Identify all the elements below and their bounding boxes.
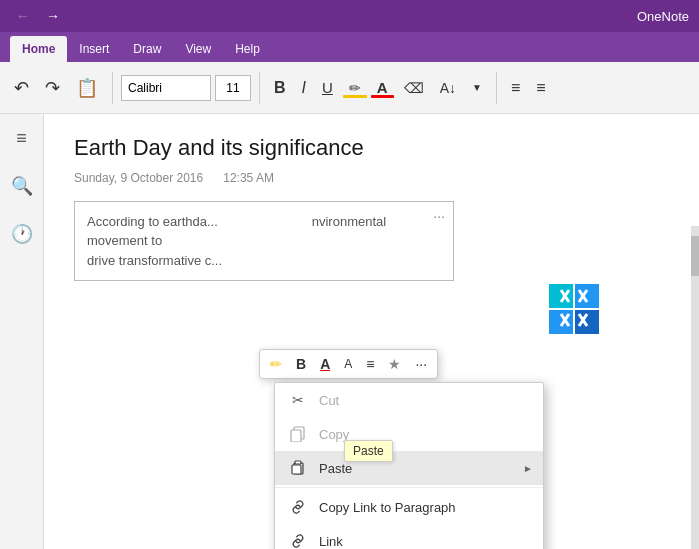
forward-button[interactable]: → bbox=[40, 6, 66, 26]
paste-arrow-icon: ► bbox=[523, 463, 533, 474]
paste-label: Paste bbox=[319, 461, 529, 476]
note-body-text: According to earthda... nvironmental mov… bbox=[87, 212, 441, 271]
copy-link-icon bbox=[289, 498, 307, 516]
cut-label: Cut bbox=[319, 393, 529, 408]
italic-button[interactable]: I bbox=[296, 75, 312, 101]
svg-rect-1 bbox=[575, 284, 599, 308]
note-title: Earth Day and its significance bbox=[74, 134, 669, 163]
body-line2: drive transformative c... bbox=[87, 253, 222, 268]
ribbon-tabs: Home Insert Draw View Help bbox=[0, 32, 699, 62]
eraser-button[interactable]: ⌫ bbox=[398, 76, 430, 100]
body-line1: According to earthda... bbox=[87, 214, 218, 229]
svg-rect-0 bbox=[549, 284, 573, 308]
context-menu-cut[interactable]: ✂ Cut bbox=[275, 383, 543, 417]
svg-rect-15 bbox=[295, 461, 301, 464]
separator-2 bbox=[259, 72, 260, 104]
mini-list-button[interactable]: ≡ bbox=[362, 354, 378, 374]
cut-icon: ✂ bbox=[289, 391, 307, 409]
copy-icon bbox=[289, 425, 307, 443]
tab-draw[interactable]: Draw bbox=[121, 36, 173, 62]
clipboard-button[interactable]: 📋 bbox=[70, 73, 104, 103]
right-scrollbar[interactable] bbox=[691, 226, 699, 549]
mini-highlight-button[interactable]: ✏ bbox=[266, 354, 286, 374]
indent-button[interactable]: ≡ bbox=[530, 75, 551, 101]
copy-link-label: Copy Link to Paragraph bbox=[319, 500, 529, 515]
paste-tooltip: Paste bbox=[344, 440, 393, 462]
mini-more-button[interactable]: ··· bbox=[411, 354, 431, 374]
list-button[interactable]: ≡ bbox=[505, 75, 526, 101]
link-label: Link bbox=[319, 534, 529, 549]
mini-star-button[interactable]: ★ bbox=[384, 354, 405, 374]
tab-help[interactable]: Help bbox=[223, 36, 272, 62]
tab-home[interactable]: Home bbox=[10, 36, 67, 62]
paste-icon bbox=[289, 459, 307, 477]
note-time-text: 12:35 AM bbox=[223, 171, 274, 185]
svg-rect-2 bbox=[549, 310, 573, 334]
context-menu-link[interactable]: Link bbox=[275, 524, 543, 549]
tab-insert[interactable]: Insert bbox=[67, 36, 121, 62]
main-area: ≡ 🔍 🕐 Earth Day and its significance Sun… bbox=[0, 114, 699, 549]
tab-view[interactable]: View bbox=[173, 36, 223, 62]
font-name-input[interactable] bbox=[121, 75, 211, 101]
back-button[interactable]: ← bbox=[10, 6, 36, 26]
history-icon[interactable]: 🕐 bbox=[7, 219, 37, 249]
context-menu-paste[interactable]: Paste ► bbox=[275, 451, 543, 485]
more-options-icon[interactable]: ··· bbox=[433, 206, 445, 227]
font-size-input[interactable] bbox=[215, 75, 251, 101]
bold-button[interactable]: B bbox=[268, 75, 292, 101]
format-dropdown-arrow[interactable]: ▼ bbox=[466, 78, 488, 97]
pages-icon[interactable]: ≡ bbox=[12, 124, 31, 153]
mini-toolbar: ✏ B A A ≡ ★ ··· bbox=[259, 349, 438, 379]
note-date: Sunday, 9 October 2016 12:35 AM bbox=[74, 171, 669, 185]
svg-rect-16 bbox=[292, 465, 301, 474]
title-bar: ← → OneNote bbox=[0, 0, 699, 32]
mini-font-size-button[interactable]: A bbox=[340, 355, 356, 373]
svg-rect-3 bbox=[575, 310, 599, 334]
menu-separator-1 bbox=[275, 487, 543, 488]
mini-font-color-button[interactable]: A bbox=[316, 354, 334, 374]
title-bar-left: ← → bbox=[10, 6, 66, 26]
title-bar-nav: ← → bbox=[10, 6, 66, 26]
link-icon bbox=[289, 532, 307, 549]
note-body-preview[interactable]: According to earthda... nvironmental mov… bbox=[74, 201, 454, 282]
separator-1 bbox=[112, 72, 113, 104]
note-date-text: Sunday, 9 October 2016 bbox=[74, 171, 203, 185]
left-sidebar: ≡ 🔍 🕐 bbox=[0, 114, 44, 549]
highlight-button[interactable]: ✏ bbox=[343, 76, 367, 100]
page-content: Earth Day and its significance Sunday, 9… bbox=[44, 114, 699, 549]
redo-button[interactable]: ↷ bbox=[39, 73, 66, 103]
context-menu-copy[interactable]: Copy bbox=[275, 417, 543, 451]
font-color-button[interactable]: A bbox=[371, 75, 394, 100]
app-title: OneNote bbox=[637, 9, 689, 24]
paste-tooltip-text: Paste bbox=[353, 444, 384, 458]
underline-button[interactable]: U bbox=[316, 75, 339, 100]
context-menu-copy-link[interactable]: Copy Link to Paragraph bbox=[275, 490, 543, 524]
undo-button[interactable]: ↶ bbox=[8, 73, 35, 103]
win-app-icon bbox=[549, 284, 599, 334]
svg-rect-13 bbox=[291, 430, 301, 442]
ribbon-toolbar: ↶ ↷ 📋 B I U ✏ A ⌫ A↓ ▼ ≡ ≡ bbox=[0, 62, 699, 114]
highlight-icon: ✏ bbox=[349, 80, 361, 96]
format-dropdown-button[interactable]: A↓ bbox=[434, 76, 462, 100]
scroll-thumb[interactable] bbox=[691, 236, 699, 276]
mini-bold-button[interactable]: B bbox=[292, 354, 310, 374]
font-color-icon: A bbox=[377, 79, 388, 96]
search-icon[interactable]: 🔍 bbox=[7, 171, 37, 201]
separator-3 bbox=[496, 72, 497, 104]
context-menu: ✂ Cut Copy bbox=[274, 382, 544, 549]
